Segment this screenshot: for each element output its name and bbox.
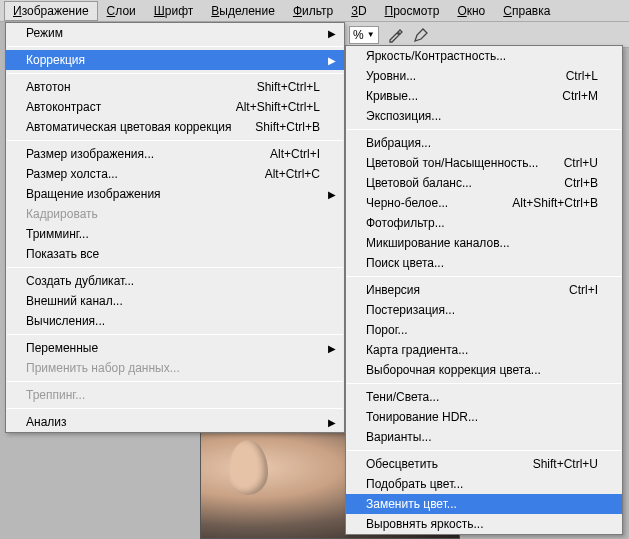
- adjustments-item-7[interactable]: Цветовой баланс...Ctrl+B: [346, 173, 622, 193]
- menu-item-label: Треппинг...: [26, 388, 320, 402]
- image-menu-item-2[interactable]: Коррекция▶: [6, 50, 344, 70]
- menu-item-label: Вычисления...: [26, 314, 320, 328]
- adjustments-item-2[interactable]: Кривые...Ctrl+M: [346, 86, 622, 106]
- adjustments-item-6[interactable]: Цветовой тон/Насыщенность...Ctrl+U: [346, 153, 622, 173]
- menubar-item-выделение[interactable]: Выделение: [202, 1, 284, 21]
- zoom-percent-dropdown[interactable]: % ▼: [349, 26, 379, 44]
- chevron-down-icon: ▼: [367, 30, 375, 39]
- menu-item-label: Переменные: [26, 341, 320, 355]
- menu-item-label: Применить набор данных...: [26, 361, 320, 375]
- adjustments-item-23[interactable]: ОбесцветитьShift+Ctrl+U: [346, 454, 622, 474]
- menu-item-shortcut: Shift+Ctrl+L: [257, 80, 320, 94]
- adjustments-item-10[interactable]: Микширование каналов...: [346, 233, 622, 253]
- image-menu-separator: [7, 334, 343, 335]
- image-menu-item-8[interactable]: Размер изображения...Alt+Ctrl+I: [6, 144, 344, 164]
- menu-item-shortcut: Alt+Shift+Ctrl+L: [236, 100, 320, 114]
- adjustments-item-1[interactable]: Уровни...Ctrl+L: [346, 66, 622, 86]
- adjustments-item-20[interactable]: Тонирование HDR...: [346, 407, 622, 427]
- menu-item-shortcut: Alt+Ctrl+I: [270, 147, 320, 161]
- menu-item-label: Размер холста...: [26, 167, 245, 181]
- image-menu-separator: [7, 140, 343, 141]
- adjustments-item-11[interactable]: Поиск цвета...: [346, 253, 622, 273]
- adjustments-item-15[interactable]: Порог...: [346, 320, 622, 340]
- image-menu-item-6[interactable]: Автоматическая цветовая коррекцияShift+C…: [6, 117, 344, 137]
- adjustments-item-26[interactable]: Выровнять яркость...: [346, 514, 622, 534]
- submenu-arrow-icon: ▶: [328, 28, 336, 39]
- image-menu-item-0[interactable]: Режим▶: [6, 23, 344, 43]
- menubar: ИзображениеСлоиШрифтВыделениеФильтр3DПро…: [0, 0, 629, 22]
- image-menu-item-13[interactable]: Показать все: [6, 244, 344, 264]
- menubar-item-шрифт[interactable]: Шрифт: [145, 1, 202, 21]
- menubar-item-слои[interactable]: Слои: [98, 1, 145, 21]
- menu-item-label: Фотофильтр...: [366, 216, 598, 230]
- adjustments-item-13[interactable]: ИнверсияCtrl+I: [346, 280, 622, 300]
- menu-item-label: Микширование каналов...: [366, 236, 598, 250]
- menu-item-label: Внешний канал...: [26, 294, 320, 308]
- image-menu-item-22: Треппинг...: [6, 385, 344, 405]
- menu-item-label: Режим: [26, 26, 320, 40]
- menu-item-label: Автоматическая цветовая коррекция: [26, 120, 235, 134]
- menu-item-label: Автоконтраст: [26, 100, 216, 114]
- menu-item-shortcut: Alt+Shift+Ctrl+B: [512, 196, 598, 210]
- menu-item-label: Постеризация...: [366, 303, 598, 317]
- pencil-icon[interactable]: [411, 25, 431, 45]
- menu-item-label: Черно-белое...: [366, 196, 492, 210]
- menu-item-label: Автотон: [26, 80, 237, 94]
- menu-item-label: Карта градиента...: [366, 343, 598, 357]
- image-menu-item-9[interactable]: Размер холста...Alt+Ctrl+C: [6, 164, 344, 184]
- image-menu-separator: [7, 381, 343, 382]
- image-menu-item-10[interactable]: Вращение изображения▶: [6, 184, 344, 204]
- adjustments-item-5[interactable]: Вибрация...: [346, 133, 622, 153]
- adjustments-item-8[interactable]: Черно-белое...Alt+Shift+Ctrl+B: [346, 193, 622, 213]
- menu-item-label: Заменить цвет...: [366, 497, 598, 511]
- image-menu-item-11: Кадрировать: [6, 204, 344, 224]
- menubar-item-изображение[interactable]: Изображение: [4, 1, 98, 21]
- image-menu-item-19[interactable]: Переменные▶: [6, 338, 344, 358]
- menu-item-shortcut: Ctrl+L: [566, 69, 598, 83]
- image-menu-item-24[interactable]: Анализ▶: [6, 412, 344, 432]
- image-menu-separator: [7, 46, 343, 47]
- menu-item-label: Кривые...: [366, 89, 542, 103]
- adjustments-item-25[interactable]: Заменить цвет...: [346, 494, 622, 514]
- image-menu-item-17[interactable]: Вычисления...: [6, 311, 344, 331]
- menu-item-label: Анализ: [26, 415, 320, 429]
- adjustments-item-24[interactable]: Подобрать цвет...: [346, 474, 622, 494]
- menu-item-label: Тонирование HDR...: [366, 410, 598, 424]
- adjustments-item-19[interactable]: Тени/Света...: [346, 387, 622, 407]
- image-menu-item-16[interactable]: Внешний канал...: [6, 291, 344, 311]
- menu-item-label: Варианты...: [366, 430, 598, 444]
- menubar-item-3d[interactable]: 3D: [342, 1, 375, 21]
- adjustments-submenu-dropdown: Яркость/Контрастность...Уровни...Ctrl+LК…: [345, 45, 623, 535]
- submenu-arrow-icon: ▶: [328, 343, 336, 354]
- menu-item-label: Экспозиция...: [366, 109, 598, 123]
- menubar-item-окно[interactable]: Окно: [448, 1, 494, 21]
- adjustments-item-9[interactable]: Фотофильтр...: [346, 213, 622, 233]
- menu-item-shortcut: Ctrl+B: [564, 176, 598, 190]
- menu-item-label: Вибрация...: [366, 136, 598, 150]
- adjustments-item-16[interactable]: Карта градиента...: [346, 340, 622, 360]
- adjustments-item-21[interactable]: Варианты...: [346, 427, 622, 447]
- image-menu-item-15[interactable]: Создать дубликат...: [6, 271, 344, 291]
- adjustments-item-17[interactable]: Выборочная коррекция цвета...: [346, 360, 622, 380]
- menubar-item-просмотр[interactable]: Просмотр: [376, 1, 449, 21]
- menu-item-label: Выровнять яркость...: [366, 517, 598, 531]
- image-menu-item-5[interactable]: АвтоконтрастAlt+Shift+Ctrl+L: [6, 97, 344, 117]
- menu-item-label: Коррекция: [26, 53, 320, 67]
- adjustments-item-3[interactable]: Экспозиция...: [346, 106, 622, 126]
- image-menu-item-4[interactable]: АвтотонShift+Ctrl+L: [6, 77, 344, 97]
- brush-icon[interactable]: [385, 25, 405, 45]
- image-menu-item-12[interactable]: Тримминг...: [6, 224, 344, 244]
- image-menu-separator: [7, 408, 343, 409]
- menu-item-label: Выборочная коррекция цвета...: [366, 363, 598, 377]
- menu-item-shortcut: Ctrl+U: [564, 156, 598, 170]
- adjustments-item-14[interactable]: Постеризация...: [346, 300, 622, 320]
- image-menu-dropdown: Режим▶Коррекция▶АвтотонShift+Ctrl+LАвток…: [5, 22, 345, 433]
- menubar-item-фильтр[interactable]: Фильтр: [284, 1, 342, 21]
- adjustments-item-0[interactable]: Яркость/Контрастность...: [346, 46, 622, 66]
- image-menu-separator: [7, 73, 343, 74]
- menubar-item-справка[interactable]: Справка: [494, 1, 559, 21]
- menu-item-label: Вращение изображения: [26, 187, 320, 201]
- photo-detail: [228, 440, 268, 495]
- menu-item-label: Размер изображения...: [26, 147, 250, 161]
- menu-item-label: Порог...: [366, 323, 598, 337]
